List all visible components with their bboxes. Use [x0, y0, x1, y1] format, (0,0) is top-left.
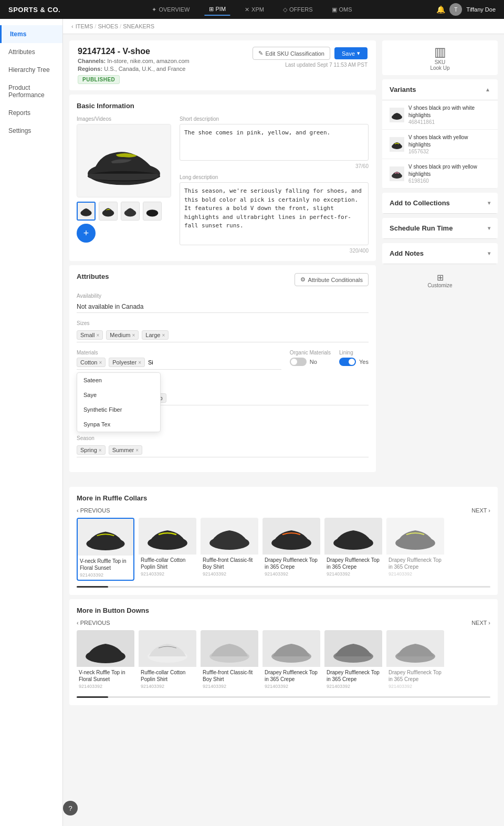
- avatar[interactable]: T: [449, 3, 462, 16]
- user-area: 🔔 T Tiffany Doe: [436, 3, 496, 16]
- materials-tags: Cotton× Polyester× Sateen: [77, 358, 281, 370]
- basic-info-title: Basic Information: [77, 102, 369, 110]
- customize-icon: ⊞: [386, 273, 494, 283]
- add-image-button[interactable]: +: [77, 224, 96, 243]
- lining-label: Lining: [339, 350, 369, 356]
- schedule-run-time-header[interactable]: Schedule Run Time ▾: [382, 218, 498, 239]
- short-desc-input[interactable]: The shoe comes in pink, yellow, and gree…: [180, 124, 369, 161]
- organic-toggle[interactable]: [290, 358, 307, 366]
- button-prev-button[interactable]: ‹ PREVIOUS: [77, 620, 110, 626]
- lining-toggle[interactable]: [339, 358, 356, 366]
- button-carousel-nav: ‹ PREVIOUS NEXT ›: [77, 620, 490, 626]
- save-button[interactable]: Save ▾: [334, 47, 368, 59]
- breadcrumb-back-icon[interactable]: ‹: [71, 23, 74, 29]
- nav-pim[interactable]: ⊞ PIM: [205, 4, 230, 16]
- edit-sku-button[interactable]: ✎ Edit SKU Classification: [253, 47, 330, 60]
- remove-medium[interactable]: ×: [132, 332, 135, 338]
- dropdown-synpa-tex[interactable]: Synpa Tex: [77, 417, 160, 432]
- variant-item-1[interactable]: V shoes black pro with white highlights …: [382, 100, 498, 130]
- customize-button[interactable]: ⊞ Customize: [382, 268, 498, 292]
- variants-header[interactable]: Variants ▲: [382, 79, 498, 100]
- button-product-1[interactable]: V-neck Ruffle Top in Floral Sunset 92140…: [77, 630, 134, 691]
- add-to-collections-header[interactable]: Add to Collections ▾: [382, 193, 498, 214]
- thumb-3[interactable]: [121, 202, 140, 221]
- tag-polyester[interactable]: Polyester×: [109, 358, 145, 367]
- long-desc-label: Long description: [180, 174, 369, 180]
- variant-item-3[interactable]: V shoes black pro with yellow highlights…: [382, 159, 498, 189]
- remove-polyester[interactable]: ×: [138, 360, 141, 365]
- ruffle-product-2[interactable]: Ruffle-collar Cotton Poplin Shirt 921403…: [139, 518, 196, 581]
- dropdown-arrow-icon: ▾: [357, 50, 360, 57]
- attributes-title: Attributes: [77, 273, 109, 280]
- sidebar-item-attributes[interactable]: Attributes: [0, 43, 62, 61]
- notes-chevron-icon: ▾: [488, 250, 490, 256]
- add-notes-header[interactable]: Add Notes ▾: [382, 243, 498, 264]
- thumbnail-row: +: [77, 202, 171, 243]
- ruffle-next-button[interactable]: NEXT ›: [471, 507, 490, 514]
- sidebar-item-items[interactable]: Items: [0, 25, 62, 43]
- more-in-ruffle-title: More in Ruffle Collars: [77, 494, 490, 502]
- thumb-4[interactable]: [143, 202, 162, 221]
- breadcrumb-items-link[interactable]: ITEMS: [76, 23, 93, 29]
- variant-item-2[interactable]: V shoes black with yellow highlights 165…: [382, 130, 498, 159]
- basic-info-grid: Images/Videos: [77, 116, 369, 254]
- dropdown-saye[interactable]: Saye: [77, 388, 160, 402]
- tag-medium[interactable]: Medium×: [106, 330, 139, 340]
- thumb-2[interactable]: [99, 202, 118, 221]
- remove-small[interactable]: ×: [97, 332, 100, 338]
- nav-overview[interactable]: ✦ OVERVIEW: [148, 4, 194, 15]
- lining-value: Yes: [359, 359, 369, 365]
- sidebar-item-reports[interactable]: Reports: [0, 104, 62, 122]
- ruffle-product-4[interactable]: Drapey Ruffleneck Top in 365 Crepe 92140…: [262, 518, 320, 581]
- ruffle-scrollbar[interactable]: [77, 586, 490, 588]
- collections-chevron-icon: ▾: [488, 200, 490, 206]
- nav-oms[interactable]: ▣ OMS: [328, 4, 356, 15]
- remove-summer[interactable]: ×: [135, 447, 139, 453]
- notification-icon[interactable]: 🔔: [436, 5, 445, 14]
- remove-spring[interactable]: ×: [99, 447, 102, 453]
- button-scroll-thumb: [77, 696, 108, 698]
- tag-spring[interactable]: Spring×: [77, 445, 106, 455]
- button-product-3[interactable]: Ruffle-front Classic-fit Boy Shirt 92140…: [201, 630, 258, 691]
- ruffle-product-5[interactable]: Drapey Ruffleneck Top in 365 Crepe 92140…: [324, 518, 382, 581]
- organic-label: Organic Materials: [290, 350, 331, 356]
- tag-small[interactable]: Small×: [77, 330, 103, 340]
- button-next-button[interactable]: NEXT ›: [471, 620, 490, 626]
- last-updated: Last updated Sept 7 11:53 AM PST: [253, 62, 368, 68]
- attribute-conditionals-button[interactable]: ⚙ Attribute Conditionals: [295, 273, 369, 286]
- button-product-6[interactable]: Drapey Ruffleneck Top in 365 Crepe 92140…: [386, 630, 444, 691]
- dropdown-sateen[interactable]: Sateen: [77, 373, 160, 388]
- tag-summer[interactable]: Summer×: [109, 445, 142, 455]
- ruffle-product-3[interactable]: Ruffle-front Classic-fit Boy Shirt 92140…: [201, 518, 258, 581]
- sidebar-item-product-performance[interactable]: Product Performance: [0, 79, 62, 104]
- tag-cotton[interactable]: Cotton×: [77, 358, 106, 367]
- dropdown-synthetic-fiber[interactable]: Synthetic Fiber: [77, 402, 160, 417]
- breadcrumb-shoes-link[interactable]: SHOES: [98, 23, 118, 29]
- images-column: Images/Videos: [77, 116, 171, 254]
- overview-icon: ✦: [152, 6, 156, 13]
- sidebar-item-settings[interactable]: Settings: [0, 122, 62, 140]
- ruffle-product-6[interactable]: Drapey Ruffleneck Top in 365 Crepe 92140…: [386, 518, 444, 581]
- organic-value: No: [310, 359, 317, 365]
- remove-cotton[interactable]: ×: [99, 360, 102, 365]
- ruffle-product-1[interactable]: V-neck Ruffle Top in Floral Sunset 92140…: [77, 518, 134, 581]
- long-desc-input[interactable]: This season, we're seriously falling for…: [180, 182, 369, 245]
- availability-value[interactable]: Not available in Canada: [77, 301, 369, 313]
- sku-lookup[interactable]: ▥ SKULook Up: [382, 40, 498, 75]
- ruffle-prev-button[interactable]: ‹ PREVIOUS: [77, 507, 110, 514]
- nav-xpm[interactable]: ✕ XPM: [240, 4, 268, 15]
- sidebar-item-hierarchy[interactable]: Hierarchy Tree: [0, 61, 62, 79]
- materials-input[interactable]: [148, 359, 169, 365]
- nav-offers[interactable]: ◇ OFFERS: [279, 4, 317, 15]
- thumb-1[interactable]: [77, 202, 96, 221]
- button-product-2[interactable]: Ruffle-collar Cotton Poplin Shirt 921403…: [139, 630, 196, 691]
- button-product-5[interactable]: Drapey Ruffleneck Top in 365 Crepe 92140…: [324, 630, 382, 691]
- more-in-ruffle-section: More in Ruffle Collars ‹ PREVIOUS NEXT ›…: [69, 487, 498, 595]
- attributes-header: Attributes ⚙ Attribute Conditionals: [77, 273, 369, 287]
- button-product-4[interactable]: Drapey Ruffleneck Top in 365 Crepe 92140…: [262, 630, 320, 691]
- help-button[interactable]: ?: [63, 801, 78, 815]
- button-scrollbar[interactable]: [77, 696, 490, 698]
- remove-large[interactable]: ×: [162, 332, 165, 338]
- tag-large[interactable]: Large×: [142, 330, 169, 340]
- sizes-tags: Small× Medium× Large×: [77, 328, 369, 342]
